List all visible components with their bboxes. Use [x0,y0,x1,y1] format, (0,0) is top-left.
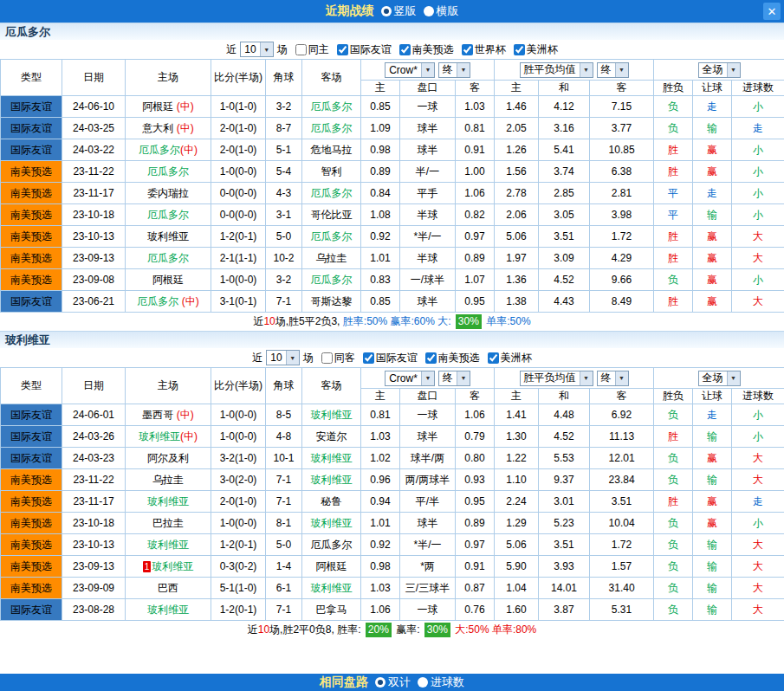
checkbox-input[interactable] [399,44,411,55]
match-row: 国际友谊24-03-22厄瓜多尔(中)2-0(1-0)5-1危地马拉0.98球半… [1,139,784,161]
lose-odds: 23.84 [590,469,654,491]
checkbox-input[interactable] [488,352,499,364]
score: 2-0(1-0) [211,118,266,139]
away-team: 玻利维亚 [302,448,361,469]
dropdown-value: 终 [598,371,615,385]
team-label: 厄瓜多尔 [311,230,353,242]
match-row: 国际友谊24-06-10阿根廷 (中)1-0(1-0)3-2厄瓜多尔0.85一球… [1,96,784,118]
away-team: 玻利维亚 [302,578,361,599]
handicap-line: 半球 [400,204,456,226]
away-handicap-odds: 0.82 [456,204,495,226]
checkbox-input[interactable] [337,44,348,55]
match-date: 24-03-22 [62,139,126,161]
home-handicap-odds: 0.92 [361,226,400,248]
checkbox-input[interactable] [462,44,473,55]
result-wdl: 胜 [654,491,693,513]
filter-checkbox[interactable]: 国际友谊 [363,351,418,365]
wdl-average-select[interactable]: 胜平负均值▼ [520,371,593,386]
handicap-line: 一球 [400,599,456,621]
final-odds-select[interactable]: 终▼ [438,62,470,78]
match-type: 南美预选 [1,513,62,534]
checkbox-label: 同客 [334,351,355,365]
result-goals: 大 [732,556,784,578]
away-handicap-odds: 0.97 [456,226,495,248]
odds-source-select[interactable]: Crow*▼ [385,62,435,78]
handicap-line: 球半 [400,291,456,313]
match-type: 南美预选 [1,469,62,491]
final-odds-select[interactable]: 终▼ [438,371,470,386]
lose-odds: 11.13 [590,426,654,448]
sub-col-header: 客 [590,81,654,96]
score: 2-1(1-1) [211,248,266,269]
home-team: 玻利维亚 [126,599,211,621]
sub-col-header: 客 [590,389,654,404]
dropdown-value: 终 [439,371,457,385]
full-match-select[interactable]: 全场▼ [698,371,741,386]
team-label: 巴拿马 [316,604,347,616]
filter-checkbox[interactable]: 世界杯 [462,42,506,57]
win-odds: 1.46 [495,96,539,118]
away-team: 智利 [302,161,361,183]
lose-odds: 8.49 [590,291,654,313]
layout-vertical-radio[interactable]: 竖版 [381,3,417,19]
layout-horizontal-radio[interactable]: 横版 [424,3,459,19]
checkbox-input[interactable] [514,44,525,55]
filter-checkbox[interactable]: 美洲杯 [514,42,558,57]
filter-checkbox[interactable]: 南美预选 [425,351,480,365]
match-date: 23-11-17 [62,183,126,204]
filter-checkbox[interactable]: 同客 [321,351,355,365]
window-title: 近期战绩 [326,3,374,19]
checkbox-label: 南美预选 [412,42,454,57]
chevron-down-icon: ▼ [286,351,299,365]
match-type: 南美预选 [1,556,62,578]
away-team: 厄瓜多尔 [302,226,361,248]
away-team: 厄瓜多尔 [302,118,361,139]
checkbox-input[interactable] [295,44,307,55]
result-wdl: 负 [654,534,693,556]
match-type: 国际友谊 [1,96,62,118]
final-wdl-select[interactable]: 终▼ [597,371,629,386]
final-wdl-select[interactable]: 终▼ [597,62,629,78]
recent-count-select[interactable]: 10▼ [240,42,273,57]
result-wdl: 胜 [654,248,693,269]
result-goals: 大 [732,578,784,599]
chevron-down-icon: ▼ [727,371,740,385]
goal-count-radio[interactable]: 进球数 [418,675,464,690]
match-date: 24-06-01 [62,404,126,426]
match-type: 南美预选 [1,269,62,291]
lose-odds: 5.31 [590,599,654,621]
result-goals: 大 [732,599,784,621]
match-row: 国际友谊23-06-21厄瓜多尔 (中)3-1(0-1)7-1哥斯达黎0.85球… [1,291,784,313]
match-row: 国际友谊24-03-26玻利维亚(中)1-0(0-0)4-8安道尔1.03球半0… [1,426,784,448]
double-count-radio[interactable]: 双计 [375,675,411,690]
result-handicap: 走 [693,96,732,118]
dropdown-value: 终 [439,63,457,77]
checkbox-label: 同主 [308,42,329,57]
corner-count: 3-2 [266,96,302,118]
wdl-average-select[interactable]: 胜平负均值▼ [520,62,593,78]
filter-checkbox[interactable]: 美洲杯 [488,351,532,365]
win-odds: 1.41 [495,404,539,426]
close-button[interactable]: ✕ [763,3,781,20]
recent-count-select[interactable]: 10▼ [266,350,299,365]
handicap-line: 平/半 [400,491,456,513]
col-header-date: 日期 [62,368,126,404]
filter-checkbox[interactable]: 南美预选 [399,42,454,57]
double-count-label: 双计 [388,675,411,690]
sub-col-header: 主 [361,389,400,404]
checkbox-input[interactable] [425,352,437,364]
checkbox-input[interactable] [321,352,333,364]
away-handicap-odds: 1.07 [456,269,495,291]
filter-checkbox[interactable]: 国际友谊 [337,42,392,57]
filter-checkbox[interactable]: 同主 [295,42,329,57]
full-match-select[interactable]: 全场▼ [698,62,741,78]
score: 1-2(0-1) [211,599,266,621]
result-handicap: 赢 [693,513,732,534]
odds-source-select[interactable]: Crow*▼ [385,371,435,386]
result-goals: 大 [732,226,784,248]
checkbox-input[interactable] [363,352,374,364]
team-label: 玻利维亚 [311,582,353,594]
team-label: 厄瓜多尔 [311,539,353,551]
away-handicap-odds: 0.97 [456,534,495,556]
chevron-down-icon: ▼ [260,42,273,56]
